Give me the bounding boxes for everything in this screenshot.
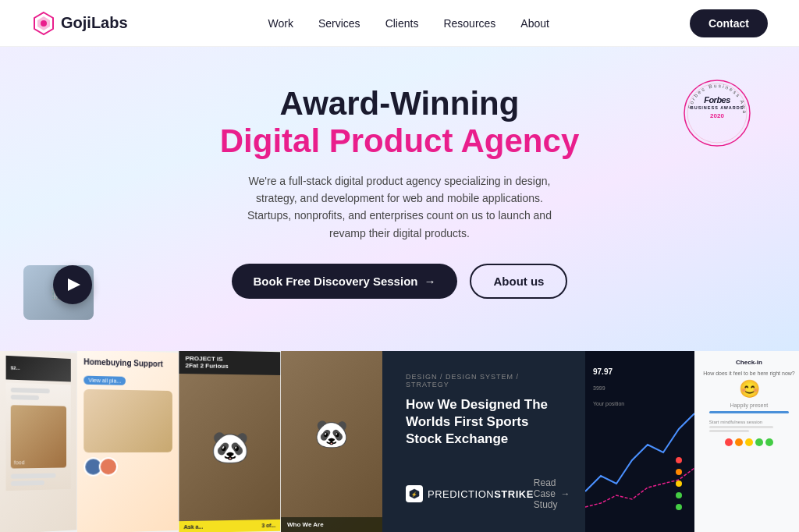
svg-point-2: [41, 20, 47, 27]
checkin-label-area: Start mindfulness session: [709, 420, 789, 432]
portfolio-card-1[interactable]: $2... food: [0, 351, 76, 532]
logo[interactable]: GojiLabs: [31, 11, 128, 36]
book-discovery-button[interactable]: Book Free Discovery Session →: [232, 264, 458, 299]
svg-point-13: [676, 469, 682, 475]
main-nav: Work Services Clients Resources About: [268, 17, 549, 30]
read-case-study-link[interactable]: Read Case Study →: [534, 477, 570, 510]
portfolio-card-checkin[interactable]: Check-in How does it feel to be here rig…: [694, 351, 799, 532]
about-us-button[interactable]: About us: [470, 264, 567, 299]
predictionstrike-logo: ⚡ PREDICTIONSTRIKE: [406, 485, 534, 502]
hero-section: Forbes Business Award Forbes BUSINESS AW…: [0, 47, 799, 351]
nav-work[interactable]: Work: [268, 17, 293, 30]
ps-icon: ⚡: [406, 485, 423, 502]
client-name: PREDICTIONSTRIKE: [428, 488, 534, 500]
hero-cta-group: Book Free Discovery Session → About us: [232, 264, 568, 299]
forbes-sub: BUSINESS AWARDS: [690, 105, 744, 110]
nav-services[interactable]: Services: [318, 17, 360, 30]
svg-point-14: [676, 481, 682, 487]
forbes-year: 2020: [690, 112, 744, 119]
forbes-brand: Forbes: [690, 95, 744, 105]
case-study-footer: ⚡ PREDICTIONSTRIKE Read Case Study →: [406, 477, 562, 510]
svg-point-16: [676, 504, 682, 510]
portfolio-strip: $2... food Homebuying Support View all p…: [0, 351, 799, 532]
svg-text:Your position: Your position: [593, 401, 624, 407]
svg-point-15: [676, 492, 682, 498]
mood-indicator: [725, 438, 773, 446]
svg-point-12: [676, 457, 682, 463]
play-icon: [68, 278, 80, 291]
portfolio-card-2[interactable]: Homebuying Support View all pla...: [77, 351, 179, 532]
checkin-happy-label: Happily present: [730, 403, 769, 408]
hero-title-line1: Award-Winning: [220, 86, 580, 122]
checkin-progress-bar: [709, 411, 789, 413]
case-study-label: DESIGN / DESIGN SYSTEM / STRATEGY: [406, 373, 562, 388]
header: GojiLabs Work Services Clients Resources…: [0, 0, 799, 47]
portfolio-card-3[interactable]: PROJECT IS2Fat 2 Furious 🐼 Ask a... 3 of…: [179, 351, 280, 532]
logo-icon: [31, 11, 56, 36]
forbes-badge: Forbes Business Award Forbes BUSINESS AW…: [682, 78, 752, 148]
nav-clients[interactable]: Clients: [385, 17, 419, 30]
hero-title-line2: Digital Product Agency: [220, 122, 580, 161]
portfolio-card-case-study[interactable]: DESIGN / DESIGN SYSTEM / STRATEGY How We…: [382, 351, 585, 532]
case-study-title: How We Designed The Worlds First Sports …: [406, 396, 562, 448]
nav-about[interactable]: About: [520, 17, 549, 30]
play-button[interactable]: [53, 265, 92, 304]
svg-text:⚡: ⚡: [411, 491, 417, 498]
contact-button[interactable]: Contact: [690, 9, 768, 37]
hero-subtitle: We're a full-stack digital product agenc…: [236, 172, 563, 243]
checkin-subtitle: How does it feel to be here right now?: [703, 371, 795, 376]
nav-resources[interactable]: Resources: [443, 17, 495, 30]
brand-name: GojiLabs: [61, 14, 128, 32]
svg-text:3999: 3999: [593, 385, 605, 391]
svg-text:97.97: 97.97: [593, 367, 613, 376]
checkin-title: Check-in: [736, 359, 762, 366]
portfolio-card-chart[interactable]: 97.97 3999 Your position: [585, 351, 694, 532]
checkin-emoji: 😊: [739, 379, 760, 399]
portfolio-card-4[interactable]: 🐼 Who We Are: [281, 351, 382, 532]
